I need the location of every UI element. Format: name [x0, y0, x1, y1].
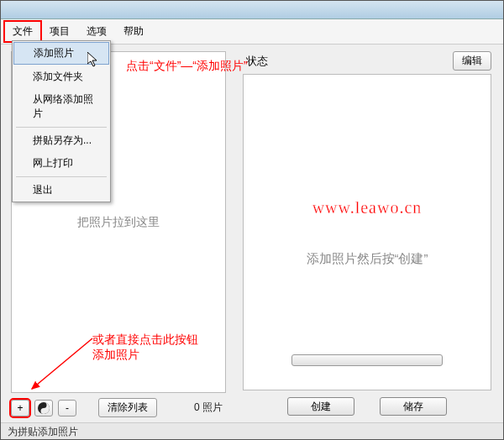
photo-count-label: 0 照片 [194, 401, 223, 415]
statusbar: 为拼贴添加照片 [1, 422, 503, 439]
menu-file[interactable]: 文件 [4, 21, 41, 42]
right-toolbar: 创建 储存 [243, 390, 491, 417]
preview-hint: 添加照片然后按“创建” [307, 251, 428, 267]
annotation-top: 点击“文件”—“添加照片” [126, 59, 248, 74]
menu-separator [16, 127, 107, 128]
menu-add-from-web[interactable]: 从网络添加照片 [13, 88, 110, 125]
menu-exit[interactable]: 退出 [13, 179, 110, 202]
yinyang-button[interactable] [34, 400, 53, 416]
titlebar [1, 1, 503, 19]
menu-options[interactable]: 选项 [78, 21, 115, 42]
save-button[interactable]: 储存 [380, 397, 447, 416]
menu-add-photo[interactable]: 添加照片 [13, 42, 109, 65]
menu-add-folder[interactable]: 添加文件夹 [13, 65, 110, 88]
menu-web-print[interactable]: 网上打印 [13, 152, 110, 175]
menu-help[interactable]: 帮助 [115, 21, 152, 42]
left-toolbar: + - 清除列表 0 照片 [11, 393, 226, 417]
clear-list-button[interactable]: 清除列表 [98, 398, 157, 417]
progress-bar [291, 354, 443, 366]
file-dropdown: 添加照片 添加文件夹 从网络添加照片 拼贴另存为... 网上打印 退出 [12, 40, 111, 202]
add-photo-button[interactable]: + [11, 400, 29, 416]
remove-photo-button[interactable]: - [58, 400, 76, 416]
menu-separator [16, 176, 107, 177]
edit-button[interactable]: 编辑 [453, 51, 491, 71]
drop-hint-text: 把照片拉到这里 [77, 215, 160, 230]
menu-project[interactable]: 项目 [41, 21, 78, 42]
status-row: 状态 编辑 [243, 51, 491, 74]
preview-area: www.leawo.cn 添加照片然后按“创建” [243, 74, 491, 390]
menu-save-collage-as[interactable]: 拼贴另存为... [13, 129, 110, 152]
watermark-text: www.leawo.cn [312, 198, 423, 217]
annotation-bottom: 或者直接点击此按钮 添加照片 [92, 332, 198, 362]
annotation-bottom-line1: 或者直接点击此按钮 [92, 333, 198, 346]
right-panel: 状态 编辑 www.leawo.cn 添加照片然后按“创建” 创建 储存 [236, 45, 503, 422]
annotation-bottom-line2: 添加照片 [92, 348, 139, 361]
yinyang-icon [38, 402, 50, 414]
create-button[interactable]: 创建 [287, 397, 354, 416]
